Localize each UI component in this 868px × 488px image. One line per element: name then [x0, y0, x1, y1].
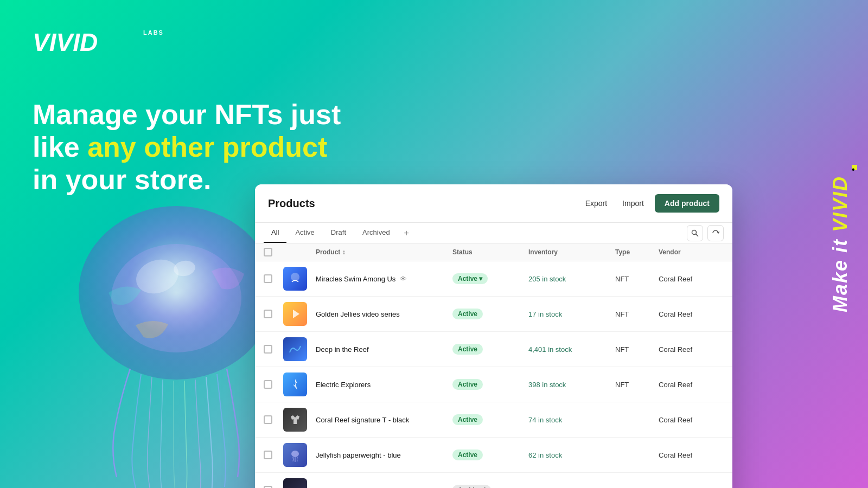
tab-all[interactable]: All: [264, 223, 286, 243]
row4-vendor: Coral Reef: [659, 381, 724, 389]
row7-inventory: 0 in stock: [528, 486, 615, 489]
row5-checkbox[interactable]: [264, 415, 272, 424]
row5-name-cell: Coral Reef signature T - black: [316, 416, 452, 424]
th-checkbox: [264, 248, 283, 256]
row3-name-cell: Deep in the Reef: [316, 345, 452, 354]
row4-checkbox[interactable]: [264, 380, 272, 389]
row2-status-cell: Active: [452, 309, 528, 319]
th-inventory: Inventory: [528, 248, 615, 256]
tab-active[interactable]: Active: [288, 223, 322, 243]
row2-thumbnail: [283, 302, 307, 326]
refresh-icon: [712, 229, 719, 237]
table-row: Coral Reef signature Cap - black Archive…: [255, 473, 732, 488]
refresh-button[interactable]: [707, 225, 724, 241]
row1-type: NFT: [615, 275, 659, 283]
row6-status-badge: Active: [452, 450, 483, 460]
row1-inventory: 205 in stock: [528, 275, 615, 283]
tabs-bar: All Active Draft Archived +: [255, 223, 732, 243]
row6-thumbnail: [283, 443, 307, 467]
row3-thumb: [283, 337, 316, 361]
row5-status-badge: Active: [452, 414, 483, 425]
row4-inventory: 398 in stock: [528, 381, 615, 389]
table-row: Golden Jellies video series Active 17 in…: [255, 297, 732, 332]
tab-add-button[interactable]: +: [399, 224, 414, 242]
row5-checkbox-cell: [264, 415, 283, 424]
row4-checkbox-cell: [264, 380, 283, 389]
headline-line1: Manage your NFTs just: [33, 99, 358, 131]
tab-archived[interactable]: Archived: [355, 223, 398, 243]
svg-marker-10: [293, 379, 297, 390]
th-status: Status: [452, 248, 528, 256]
select-all-checkbox[interactable]: [264, 248, 272, 256]
row7-vendor: Coral Reef: [659, 486, 724, 489]
logo-area: VIVID LABS: [33, 27, 358, 55]
row7-checkbox[interactable]: [264, 486, 272, 488]
headline-line2: like any other product: [33, 131, 358, 164]
headline-highlight: any other product: [87, 131, 327, 163]
svg-point-5: [692, 230, 697, 234]
row3-thumbnail: [283, 337, 307, 361]
row1-thumb: [283, 267, 316, 291]
row2-product-name: Golden Jellies video series: [316, 310, 400, 318]
brand-vivid: VIVID: [829, 176, 851, 232]
brand-dot: •: [852, 165, 857, 170]
svg-point-11: [291, 451, 299, 457]
row1-checkbox[interactable]: [264, 274, 272, 283]
table-row: Deep in the Reef Active 4,401 in stock N…: [255, 332, 732, 367]
logo-labs: LABS: [143, 29, 164, 36]
headline-line2-prefix: like: [33, 131, 87, 163]
row4-status-badge: Active: [452, 379, 483, 390]
row6-product-name: Jellyfish paperweight - blue: [316, 451, 401, 459]
search-filter-button[interactable]: [687, 225, 703, 241]
products-table: Product ↕ Status Inventory Type Vendor M…: [255, 243, 732, 488]
row2-thumb: [283, 302, 316, 326]
th-product[interactable]: Product ↕: [316, 248, 452, 256]
row1-eye-icon[interactable]: 👁: [400, 275, 407, 283]
row3-status-badge: Active: [452, 344, 483, 355]
row2-vendor: Coral Reef: [659, 310, 724, 318]
row2-checkbox[interactable]: [264, 310, 272, 318]
panel-title: Products: [268, 197, 315, 210]
row1-status-cell: Active ▾: [452, 273, 528, 284]
headline: Manage your NFTs just like any other pro…: [33, 99, 358, 196]
row6-checkbox[interactable]: [264, 451, 272, 459]
row1-name-cell: Miracles Swim Among Us 👁: [316, 275, 452, 283]
row3-checkbox[interactable]: [264, 345, 272, 354]
row5-vendor: Coral Reef: [659, 416, 724, 424]
table-row: Jellyfish paperweight - blue Active 62 i…: [255, 438, 732, 473]
row1-vendor: Coral Reef: [659, 275, 724, 283]
table-header: Product ↕ Status Inventory Type Vendor: [255, 243, 732, 261]
row6-status-cell: Active: [452, 450, 528, 460]
table-row: Coral Reef signature T - black Active 74…: [255, 402, 732, 438]
row3-product-name: Deep in the Reef: [316, 345, 369, 354]
row2-inventory: 17 in stock: [528, 310, 615, 318]
row5-product-name: Coral Reef signature T - black: [316, 416, 409, 424]
add-product-button[interactable]: Add product: [655, 194, 719, 213]
table-row: Miracles Swim Among Us 👁 Active ▾ 205 in…: [255, 261, 732, 297]
row4-type: NFT: [615, 381, 659, 389]
row6-thumb: [283, 443, 316, 467]
panel-header: Products Export Import Add product: [255, 184, 732, 223]
row5-status-cell: Active: [452, 414, 528, 425]
import-button[interactable]: Import: [618, 196, 648, 211]
logo-svg: VIVID: [33, 27, 141, 55]
row3-checkbox-cell: [264, 345, 283, 354]
th-vendor: Vendor: [659, 248, 724, 256]
table-row: Electric Explorers Active 398 in stock N…: [255, 367, 732, 402]
brand-prefix: Make it: [829, 232, 851, 312]
row4-status-cell: Active: [452, 379, 528, 390]
tab-right-actions: [687, 225, 724, 241]
row5-inventory: 74 in stock: [528, 416, 615, 424]
products-panel: Products Export Import Add product All A…: [255, 184, 732, 488]
search-filter-icon: [691, 229, 699, 237]
row3-type: NFT: [615, 345, 659, 354]
export-button[interactable]: Export: [581, 196, 611, 211]
row4-product-name: Electric Explorers: [316, 381, 371, 389]
row7-checkbox-cell: [264, 486, 283, 488]
row2-type: NFT: [615, 310, 659, 318]
row1-product-name: Miracles Swim Among Us: [316, 275, 395, 283]
row5-thumb: [283, 408, 316, 432]
row1-status-badge[interactable]: Active ▾: [452, 273, 488, 284]
tab-draft[interactable]: Draft: [323, 223, 354, 243]
row3-vendor: Coral Reef: [659, 345, 724, 354]
